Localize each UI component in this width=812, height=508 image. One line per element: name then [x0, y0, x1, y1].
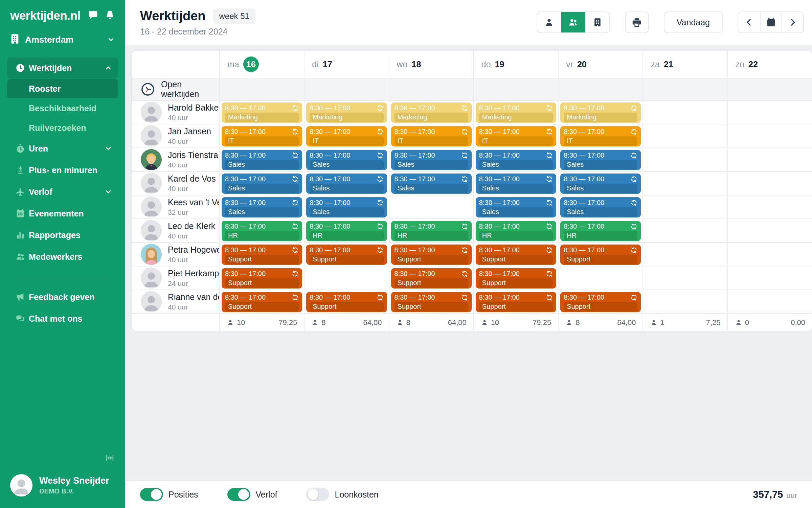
day-header-vr[interactable]: vr20: [558, 51, 642, 78]
shift-cell-di[interactable]: 8:30 — 17:00HR: [304, 219, 388, 242]
open-shift-cell-ma[interactable]: [219, 78, 304, 100]
shift-cell-di[interactable]: 8:30 — 17:00Marketing: [304, 101, 388, 124]
messages-icon[interactable]: [88, 10, 98, 21]
day-header-zo[interactable]: zo22: [727, 51, 812, 78]
shift-cell-do[interactable]: 8:30 — 17:00IT: [473, 124, 558, 147]
shift-cell-ma[interactable]: 8:30 — 17:00HR: [219, 219, 304, 242]
employee-cell[interactable]: Harold Bakker40 uur: [132, 101, 219, 124]
shift-chip[interactable]: 8:30 — 17:00Sales: [222, 174, 302, 194]
shift-cell-do[interactable]: 8:30 — 17:00Support: [473, 243, 558, 266]
employee-cell[interactable]: Joris Tienstra40 uur: [132, 148, 219, 171]
shift-cell-vr[interactable]: 8:30 — 17:00Marketing: [558, 101, 642, 124]
shift-chip[interactable]: 8:30 — 17:00Marketing: [222, 102, 302, 123]
shift-chip[interactable]: 8:30 — 17:00IT: [560, 126, 641, 146]
shift-cell-do[interactable]: 8:30 — 17:00HR: [473, 219, 558, 242]
day-header-wo[interactable]: wo18: [389, 51, 473, 78]
shift-cell-zo[interactable]: [727, 243, 812, 266]
print-button[interactable]: [625, 11, 649, 33]
shift-cell-ma[interactable]: 8:30 — 17:00Marketing: [219, 101, 304, 124]
sidebar-item-verlof[interactable]: Verlof: [7, 181, 118, 202]
shift-cell-vr[interactable]: 8:30 — 17:00Support: [558, 290, 642, 313]
shift-cell-vr[interactable]: 8:30 — 17:00IT: [558, 124, 642, 147]
shift-chip[interactable]: 8:30 — 17:00IT: [391, 126, 472, 146]
shift-chip[interactable]: 8:30 — 17:00Support: [560, 245, 641, 265]
previous-week-button[interactable]: [738, 12, 760, 32]
shift-cell-wo[interactable]: 8:30 — 17:00Support: [389, 290, 473, 313]
employee-cell[interactable]: Kees van 't Veld32 uur: [132, 195, 219, 218]
shift-cell-zo[interactable]: [727, 267, 812, 290]
shift-cell-zo[interactable]: [727, 172, 812, 195]
shift-cell-zo[interactable]: [727, 195, 812, 218]
shift-cell-zo[interactable]: [727, 290, 812, 313]
shift-cell-di[interactable]: 8:30 — 17:00Sales: [304, 148, 388, 171]
shift-cell-di[interactable]: 8:30 — 17:00Support: [304, 290, 388, 313]
shift-chip[interactable]: 8:30 — 17:00IT: [306, 126, 387, 146]
shift-chip[interactable]: 8:30 — 17:00Support: [222, 268, 302, 288]
shift-cell-do[interactable]: 8:30 — 17:00Sales: [473, 195, 558, 218]
shift-cell-do[interactable]: 8:30 — 17:00Marketing: [473, 101, 558, 124]
shift-cell-za[interactable]: [642, 243, 727, 266]
sidebar-item-chat[interactable]: Chat met ons: [7, 308, 118, 329]
shift-chip[interactable]: 8:30 — 17:00Support: [391, 245, 472, 265]
shift-cell-di[interactable]: 8:30 — 17:00Sales: [304, 172, 388, 195]
shift-cell-di[interactable]: [304, 267, 388, 290]
shift-cell-zo[interactable]: [727, 124, 812, 147]
shift-cell-di[interactable]: 8:30 — 17:00Sales: [304, 195, 388, 218]
shift-cell-ma[interactable]: 8:30 — 17:00Sales: [219, 148, 304, 171]
open-shift-cell-zo[interactable]: [727, 78, 812, 100]
sidebar-item-beschikbaarheid[interactable]: Beschikbaarheid: [7, 99, 118, 118]
shift-cell-za[interactable]: [642, 124, 727, 147]
shift-chip[interactable]: 8:30 — 17:00HR: [476, 221, 556, 241]
shift-chip[interactable]: 8:30 — 17:00Support: [476, 245, 556, 265]
shift-chip[interactable]: 8:30 — 17:00Sales: [306, 174, 387, 194]
sidebar-item-rooster[interactable]: Rooster: [7, 79, 118, 98]
toggle-verlof[interactable]: Verlof: [227, 488, 277, 501]
shift-chip[interactable]: 8:30 — 17:00Support: [476, 268, 556, 288]
sidebar-item-evenementen[interactable]: Evenementen: [7, 203, 118, 224]
shift-cell-wo[interactable]: 8:30 — 17:00Support: [389, 267, 473, 290]
shift-cell-za[interactable]: [642, 148, 727, 171]
toggle-switch[interactable]: [140, 488, 163, 501]
shift-chip[interactable]: 8:30 — 17:00Sales: [560, 197, 641, 217]
shift-cell-zo[interactable]: [727, 101, 812, 124]
shift-chip[interactable]: 8:30 — 17:00Support: [391, 292, 472, 312]
shift-chip[interactable]: 8:30 — 17:00Sales: [391, 150, 472, 170]
day-header-ma[interactable]: ma16: [219, 51, 304, 78]
shift-cell-vr[interactable]: 8:30 — 17:00Sales: [558, 172, 642, 195]
sidebar-item-ruilverzoeken[interactable]: Ruilverzoeken: [7, 118, 118, 137]
shift-chip[interactable]: 8:30 — 17:00Support: [222, 292, 302, 312]
sidebar-item-rapportages[interactable]: Rapportages: [7, 225, 118, 246]
shift-cell-wo[interactable]: 8:30 — 17:00Sales: [389, 172, 473, 195]
open-shift-cell-vr[interactable]: [558, 78, 642, 100]
shift-cell-wo[interactable]: [389, 195, 473, 218]
employee-cell[interactable]: Leo de Klerk40 uur: [132, 219, 219, 242]
shift-cell-ma[interactable]: 8:30 — 17:00Support: [219, 243, 304, 266]
open-shift-cell-do[interactable]: [473, 78, 558, 100]
employee-cell[interactable]: Jan Jansen40 uur: [132, 124, 219, 147]
day-header-di[interactable]: di17: [304, 51, 388, 78]
shift-chip[interactable]: 8:30 — 17:00Support: [391, 268, 472, 288]
shift-chip[interactable]: 8:30 — 17:00Support: [476, 292, 556, 312]
shift-chip[interactable]: 8:30 — 17:00Sales: [222, 150, 302, 170]
shift-cell-do[interactable]: 8:30 — 17:00Sales: [473, 172, 558, 195]
today-button[interactable]: Vandaag: [664, 11, 723, 33]
shift-cell-do[interactable]: 8:30 — 17:00Support: [473, 290, 558, 313]
shift-cell-wo[interactable]: 8:30 — 17:00IT: [389, 124, 473, 147]
shift-chip[interactable]: 8:30 — 17:00Marketing: [560, 102, 641, 123]
shift-chip[interactable]: 8:30 — 17:00Sales: [560, 150, 641, 170]
sidebar-item-medewerkers[interactable]: Medewerkers: [7, 246, 118, 267]
view-location-button[interactable]: [585, 12, 609, 32]
shift-chip[interactable]: 8:30 — 17:00HR: [306, 221, 387, 241]
view-person-button[interactable]: [537, 12, 561, 32]
notifications-bell-icon[interactable]: [105, 10, 115, 21]
day-header-za[interactable]: za21: [642, 51, 727, 78]
shift-chip[interactable]: 8:30 — 17:00Sales: [476, 150, 556, 170]
sidebar-item-feedback[interactable]: Feedback geven: [7, 286, 118, 307]
shift-cell-wo[interactable]: 8:30 — 17:00Marketing: [389, 101, 473, 124]
next-week-button[interactable]: [782, 12, 803, 32]
employee-cell[interactable]: Karel de Vos40 uur: [132, 172, 219, 195]
shift-cell-za[interactable]: [642, 172, 727, 195]
toggle-switch[interactable]: [306, 488, 329, 501]
shift-cell-ma[interactable]: 8:30 — 17:00IT: [219, 124, 304, 147]
shift-cell-ma[interactable]: 8:30 — 17:00Support: [219, 290, 304, 313]
